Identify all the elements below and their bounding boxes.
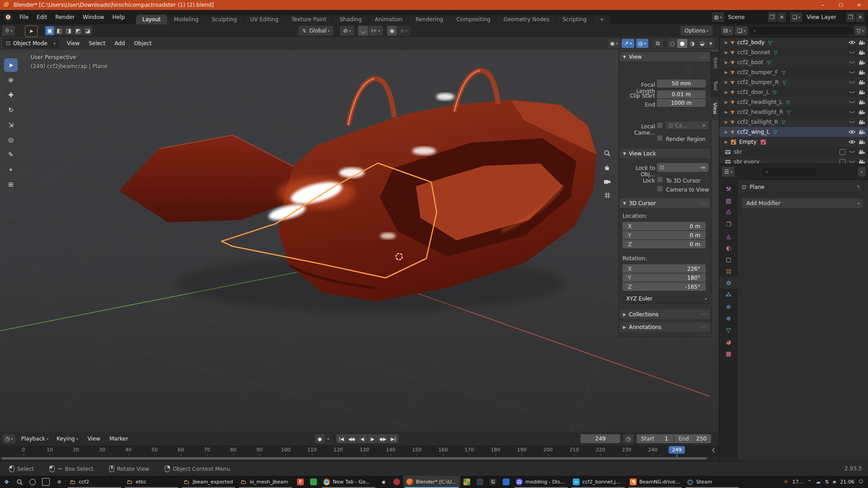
collection-checkbox[interactable]: [840, 149, 845, 155]
scene-selector[interactable]: ◍▾ Scene ❐✕: [711, 12, 787, 23]
outliner-item-label[interactable]: ccf2_body: [737, 39, 764, 46]
workspace-tab-geometry-nodes[interactable]: Geometry Nodes: [497, 15, 556, 24]
taskbar-chrome-window[interactable]: New Tab - Go...: [320, 476, 377, 488]
grid-ortho-button[interactable]: [601, 189, 613, 201]
eye-closed-icon[interactable]: [849, 50, 855, 55]
timeline-region-toggle[interactable]: ❮: [712, 447, 715, 452]
select-box-tool[interactable]: ➤: [4, 58, 18, 72]
focal-length-field[interactable]: 50 mm: [657, 80, 706, 88]
expand-arrow-icon[interactable]: ▶: [725, 130, 728, 134]
taskbar-explorer-window[interactable]: 🗀etkc: [123, 476, 180, 488]
outliner-item-label[interactable]: ccf2_headlight_R: [737, 109, 783, 115]
eye-closed-icon[interactable]: [849, 70, 855, 75]
outliner-item-label[interactable]: ccf2_wing_L: [737, 129, 769, 135]
camera-icon[interactable]: [859, 70, 865, 75]
play-reverse-button[interactable]: ◀: [357, 434, 367, 443]
workspace-tab-compositing[interactable]: Compositing: [450, 15, 496, 24]
jump-to-start-button[interactable]: |◀: [336, 434, 346, 443]
outliner-item-ccf2-body[interactable]: ▶▼ccf2_body▽: [719, 38, 868, 47]
shading-rendered-button[interactable]: ◒: [697, 39, 707, 48]
taskbar-search-button[interactable]: [13, 476, 26, 488]
properties-search-input[interactable]: ⌕: [762, 168, 816, 176]
properties-tab-particles[interactable]: ⁂: [719, 289, 738, 300]
scene-name[interactable]: Scene: [725, 14, 767, 20]
minimize-button[interactable]: ─: [814, 0, 832, 10]
expand-arrow-icon[interactable]: ▶: [725, 110, 728, 114]
eye-closed-icon[interactable]: [849, 120, 855, 124]
play-button[interactable]: ▶: [368, 434, 377, 443]
pivot-point-dropdown[interactable]: ⊘▾: [340, 26, 354, 36]
workspace-tab-uv-editing[interactable]: UV Editing: [244, 15, 285, 24]
expand-arrow-icon[interactable]: ▶: [725, 120, 728, 124]
blender-menu-icon[interactable]: [5, 14, 12, 21]
properties-tab-view-layer[interactable]: ❐: [719, 218, 738, 230]
shading-wireframe-button[interactable]: ○: [667, 39, 677, 48]
properties-tab-output[interactable]: ⎙: [719, 206, 738, 218]
timeline-marker-menu[interactable]: Marker: [105, 436, 132, 442]
shading-solid-button[interactable]: ●: [677, 39, 687, 48]
eye-open-icon[interactable]: [849, 140, 855, 144]
frame-start-field[interactable]: Start1: [637, 434, 674, 443]
new-view-layer-icon[interactable]: ❐: [845, 12, 855, 22]
outliner-item-ccf2-headlight-r[interactable]: ▶▼ccf2_headlight_R▽: [719, 107, 868, 117]
render-region-checkbox[interactable]: [657, 135, 663, 141]
mode-dropdown[interactable]: ⊡Object Mode▾: [3, 38, 59, 48]
properties-options-dropdown[interactable]: ▾: [858, 167, 865, 177]
camera-icon[interactable]: [859, 50, 865, 55]
new-scene-icon[interactable]: ❐: [767, 12, 777, 22]
options-dropdown[interactable]: Options▾: [680, 26, 712, 36]
outliner-item-label[interactable]: ccf2_bumper_R: [737, 79, 778, 85]
camera-to-view-checkbox[interactable]: [657, 186, 663, 192]
shading-dropdown[interactable]: ▾: [707, 39, 714, 48]
workspace-tab-animation[interactable]: Animation: [368, 15, 409, 24]
outliner-item-label[interactable]: ccf2_bonnet: [737, 49, 770, 56]
cursor-tool[interactable]: ⊕: [4, 73, 18, 87]
taskbar-explorer-window[interactable]: 🗀io_mesh_jbeam: [237, 476, 294, 488]
snap-target-dropdown[interactable]: ⊦⊦▾: [368, 26, 383, 36]
breadcrumb-object-name[interactable]: Plane: [750, 184, 764, 190]
expand-arrow-icon[interactable]: ▶: [725, 100, 728, 104]
close-button[interactable]: ✕: [850, 0, 868, 10]
unlink-scene-icon[interactable]: ✕: [777, 12, 786, 22]
shading-material-button[interactable]: ◑: [687, 39, 697, 48]
taskbar-settings-app[interactable]: ⚙: [53, 476, 66, 488]
lock-to-object-field[interactable]: ⊡🢫: [657, 163, 708, 172]
taskbar-cortana-button[interactable]: [26, 476, 39, 488]
network-icon[interactable]: ⇅: [825, 479, 829, 485]
outliner-item-label[interactable]: ccf2_headlight_L: [737, 99, 782, 105]
taskbar-steam-window[interactable]: ◯Steam: [684, 476, 741, 488]
outliner-item-label[interactable]: sbr: [734, 149, 742, 155]
outliner-item-ccf2-bonnet[interactable]: ▶▼ccf2_bonnet▽: [719, 47, 868, 57]
camera-icon[interactable]: [859, 100, 865, 105]
menu-window[interactable]: Window: [79, 14, 108, 20]
active-tool-icon[interactable]: ➤: [25, 25, 38, 37]
overlays-toggle[interactable]: ◎▾: [636, 39, 649, 48]
outliner-item-ccf2-wing-l[interactable]: ▶▼ccf2_wing_L▽: [719, 127, 868, 137]
menu-view[interactable]: View: [62, 40, 84, 47]
view-layer-selector[interactable]: ❏▾ View Layer ❐✕: [789, 12, 865, 23]
expand-arrow-icon[interactable]: ▶: [725, 50, 728, 55]
outliner-item-ccf2-taillight-r[interactable]: ▶▼ccf2_taillight_R▽: [719, 117, 868, 127]
view-section-header[interactable]: ▼View∷∷: [620, 52, 710, 61]
eye-closed-icon[interactable]: [849, 80, 855, 84]
menu-object[interactable]: Object: [129, 40, 156, 47]
cursor-location-y-field[interactable]: Y0 m: [623, 231, 706, 239]
zoom-button[interactable]: [601, 147, 613, 159]
rotate-tool[interactable]: ↻: [4, 103, 18, 117]
menu-edit[interactable]: Edit: [33, 14, 51, 20]
properties-tab-render[interactable]: ▤: [719, 195, 738, 206]
menu-select[interactable]: Select: [84, 40, 110, 47]
properties-tab-scene[interactable]: ◬: [719, 230, 738, 242]
workspace-tab--[interactable]: +: [593, 15, 610, 24]
scene-icon[interactable]: ◍▾: [712, 12, 725, 22]
expand-arrow-icon[interactable]: ▶: [725, 40, 728, 45]
outliner-item-ccf2-boot[interactable]: ▶▼ccf2_boot▽: [719, 57, 868, 67]
view-layer-name[interactable]: View Layer: [803, 14, 845, 20]
pan-button[interactable]: [601, 161, 613, 173]
timeline-view-menu[interactable]: View: [83, 436, 104, 442]
falloff-dropdown[interactable]: ∩▾: [397, 26, 410, 36]
scale-tool[interactable]: ⇲: [4, 118, 18, 131]
transform-tool[interactable]: ◎: [4, 133, 18, 146]
cursor-location-z-field[interactable]: Z0 m: [623, 240, 706, 249]
outliner-editor-type-dropdown[interactable]: ⊟▾: [721, 26, 733, 35]
